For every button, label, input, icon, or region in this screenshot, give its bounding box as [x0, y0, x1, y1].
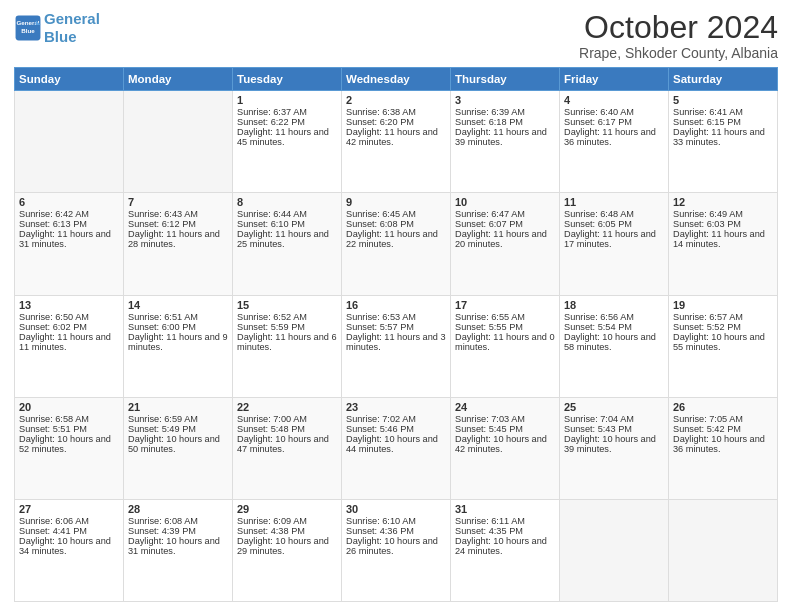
sunrise-text: Sunrise: 6:49 AM [673, 209, 773, 219]
sunrise-text: Sunrise: 6:59 AM [128, 414, 228, 424]
sunrise-text: Sunrise: 6:42 AM [19, 209, 119, 219]
sunset-text: Sunset: 5:52 PM [673, 322, 773, 332]
calendar-cell: 12Sunrise: 6:49 AMSunset: 6:03 PMDayligh… [669, 193, 778, 295]
daylight-text: Daylight: 11 hours and 45 minutes. [237, 127, 337, 147]
calendar-day-header: Sunday [15, 68, 124, 91]
calendar-cell: 30Sunrise: 6:10 AMSunset: 4:36 PMDayligh… [342, 499, 451, 601]
daylight-text: Daylight: 11 hours and 31 minutes. [19, 229, 119, 249]
sunrise-text: Sunrise: 7:02 AM [346, 414, 446, 424]
calendar-day-header: Tuesday [233, 68, 342, 91]
day-number: 30 [346, 503, 446, 515]
sunrise-text: Sunrise: 6:57 AM [673, 312, 773, 322]
day-number: 22 [237, 401, 337, 413]
day-number: 31 [455, 503, 555, 515]
calendar-cell: 19Sunrise: 6:57 AMSunset: 5:52 PMDayligh… [669, 295, 778, 397]
daylight-text: Daylight: 11 hours and 0 minutes. [455, 332, 555, 352]
calendar-cell: 20Sunrise: 6:58 AMSunset: 5:51 PMDayligh… [15, 397, 124, 499]
day-number: 8 [237, 196, 337, 208]
day-number: 18 [564, 299, 664, 311]
day-number: 17 [455, 299, 555, 311]
sunset-text: Sunset: 6:00 PM [128, 322, 228, 332]
sunset-text: Sunset: 4:35 PM [455, 526, 555, 536]
sunrise-text: Sunrise: 6:55 AM [455, 312, 555, 322]
calendar-cell: 7Sunrise: 6:43 AMSunset: 6:12 PMDaylight… [124, 193, 233, 295]
sunset-text: Sunset: 4:41 PM [19, 526, 119, 536]
daylight-text: Daylight: 11 hours and 36 minutes. [564, 127, 664, 147]
calendar-cell: 10Sunrise: 6:47 AMSunset: 6:07 PMDayligh… [451, 193, 560, 295]
day-number: 28 [128, 503, 228, 515]
main-title: October 2024 [579, 10, 778, 45]
logo-line2: Blue [44, 28, 77, 45]
daylight-text: Daylight: 10 hours and 24 minutes. [455, 536, 555, 556]
calendar-cell: 6Sunrise: 6:42 AMSunset: 6:13 PMDaylight… [15, 193, 124, 295]
day-number: 5 [673, 94, 773, 106]
daylight-text: Daylight: 10 hours and 47 minutes. [237, 434, 337, 454]
sunset-text: Sunset: 6:18 PM [455, 117, 555, 127]
subtitle: Rrape, Shkoder County, Albania [579, 45, 778, 61]
sunrise-text: Sunrise: 6:50 AM [19, 312, 119, 322]
daylight-text: Daylight: 11 hours and 20 minutes. [455, 229, 555, 249]
calendar-cell: 11Sunrise: 6:48 AMSunset: 6:05 PMDayligh… [560, 193, 669, 295]
day-number: 9 [346, 196, 446, 208]
calendar-cell: 27Sunrise: 6:06 AMSunset: 4:41 PMDayligh… [15, 499, 124, 601]
day-number: 27 [19, 503, 119, 515]
sunset-text: Sunset: 5:46 PM [346, 424, 446, 434]
calendar-cell: 28Sunrise: 6:08 AMSunset: 4:39 PMDayligh… [124, 499, 233, 601]
daylight-text: Daylight: 10 hours and 44 minutes. [346, 434, 446, 454]
daylight-text: Daylight: 11 hours and 6 minutes. [237, 332, 337, 352]
sunset-text: Sunset: 6:20 PM [346, 117, 446, 127]
daylight-text: Daylight: 10 hours and 31 minutes. [128, 536, 228, 556]
sunrise-text: Sunrise: 6:45 AM [346, 209, 446, 219]
logo-text: General Blue [44, 10, 100, 46]
daylight-text: Daylight: 10 hours and 42 minutes. [455, 434, 555, 454]
sunrise-text: Sunrise: 6:52 AM [237, 312, 337, 322]
sunset-text: Sunset: 6:10 PM [237, 219, 337, 229]
day-number: 20 [19, 401, 119, 413]
day-number: 11 [564, 196, 664, 208]
calendar-cell: 23Sunrise: 7:02 AMSunset: 5:46 PMDayligh… [342, 397, 451, 499]
day-number: 29 [237, 503, 337, 515]
sunset-text: Sunset: 4:36 PM [346, 526, 446, 536]
day-number: 7 [128, 196, 228, 208]
day-number: 21 [128, 401, 228, 413]
day-number: 6 [19, 196, 119, 208]
daylight-text: Daylight: 11 hours and 11 minutes. [19, 332, 119, 352]
calendar-day-header: Friday [560, 68, 669, 91]
daylight-text: Daylight: 11 hours and 33 minutes. [673, 127, 773, 147]
sunrise-text: Sunrise: 7:04 AM [564, 414, 664, 424]
calendar-cell: 29Sunrise: 6:09 AMSunset: 4:38 PMDayligh… [233, 499, 342, 601]
sunset-text: Sunset: 5:48 PM [237, 424, 337, 434]
daylight-text: Daylight: 11 hours and 39 minutes. [455, 127, 555, 147]
sunset-text: Sunset: 6:08 PM [346, 219, 446, 229]
sunrise-text: Sunrise: 6:43 AM [128, 209, 228, 219]
calendar-table: SundayMondayTuesdayWednesdayThursdayFrid… [14, 67, 778, 602]
calendar-cell: 8Sunrise: 6:44 AMSunset: 6:10 PMDaylight… [233, 193, 342, 295]
daylight-text: Daylight: 11 hours and 22 minutes. [346, 229, 446, 249]
sunrise-text: Sunrise: 6:10 AM [346, 516, 446, 526]
calendar-cell: 14Sunrise: 6:51 AMSunset: 6:00 PMDayligh… [124, 295, 233, 397]
calendar-cell: 22Sunrise: 7:00 AMSunset: 5:48 PMDayligh… [233, 397, 342, 499]
calendar-day-header: Saturday [669, 68, 778, 91]
sunrise-text: Sunrise: 6:51 AM [128, 312, 228, 322]
sunset-text: Sunset: 5:49 PM [128, 424, 228, 434]
daylight-text: Daylight: 11 hours and 42 minutes. [346, 127, 446, 147]
daylight-text: Daylight: 10 hours and 29 minutes. [237, 536, 337, 556]
day-number: 2 [346, 94, 446, 106]
calendar-cell: 21Sunrise: 6:59 AMSunset: 5:49 PMDayligh… [124, 397, 233, 499]
sunrise-text: Sunrise: 6:37 AM [237, 107, 337, 117]
day-number: 4 [564, 94, 664, 106]
sunrise-text: Sunrise: 6:08 AM [128, 516, 228, 526]
page: General Blue General Blue October 2024 R… [0, 0, 792, 612]
sunset-text: Sunset: 5:43 PM [564, 424, 664, 434]
sunrise-text: Sunrise: 6:41 AM [673, 107, 773, 117]
daylight-text: Daylight: 10 hours and 55 minutes. [673, 332, 773, 352]
calendar-cell: 18Sunrise: 6:56 AMSunset: 5:54 PMDayligh… [560, 295, 669, 397]
sunrise-text: Sunrise: 7:00 AM [237, 414, 337, 424]
sunrise-text: Sunrise: 6:58 AM [19, 414, 119, 424]
daylight-text: Daylight: 11 hours and 28 minutes. [128, 229, 228, 249]
daylight-text: Daylight: 10 hours and 34 minutes. [19, 536, 119, 556]
day-number: 23 [346, 401, 446, 413]
sunrise-text: Sunrise: 6:11 AM [455, 516, 555, 526]
calendar-cell: 17Sunrise: 6:55 AMSunset: 5:55 PMDayligh… [451, 295, 560, 397]
sunrise-text: Sunrise: 7:03 AM [455, 414, 555, 424]
